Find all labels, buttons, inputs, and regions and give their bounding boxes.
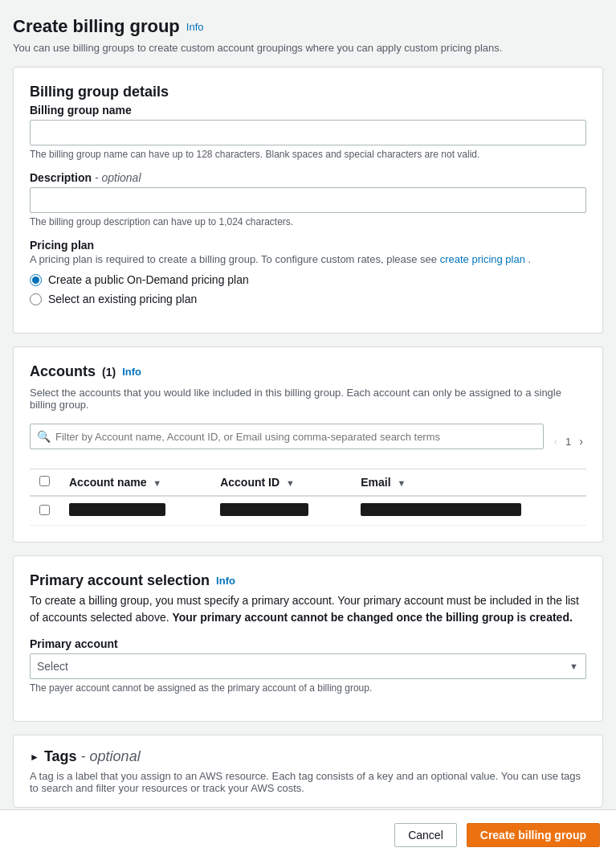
billing-group-name-field: Billing group name The billing group nam… — [30, 104, 586, 160]
accounts-title-row: Accounts (1) Info — [30, 363, 586, 383]
pricing-plan-option-public[interactable]: Create a public On-Demand pricing plan — [30, 273, 586, 286]
account-name-col-header[interactable]: Account name ▼ — [59, 469, 210, 496]
billing-group-name-label: Billing group name — [30, 104, 586, 117]
accounts-table-container: Account name ▼ Account ID ▼ Email ▼ — [30, 469, 586, 526]
tags-section: ► Tags - optional A tag is a label that … — [13, 735, 603, 808]
pricing-plan-field: Pricing plan A pricing plan is required … — [30, 239, 586, 305]
pagination-next-button[interactable]: › — [576, 433, 586, 449]
tags-title: Tags - optional — [44, 748, 141, 765]
pagination-controls: ‹ 1 › — [550, 433, 586, 449]
accounts-info-link[interactable]: Info — [122, 366, 141, 378]
accounts-section: Accounts (1) Info Select the accounts th… — [13, 346, 603, 543]
account-id-cell — [210, 496, 351, 526]
create-pricing-plan-link[interactable]: create pricing plan — [440, 253, 525, 265]
primary-account-section: Primary account selection Info To create… — [13, 555, 603, 722]
create-billing-group-button[interactable]: Create billing group — [467, 823, 600, 847]
description-field: Description - optional The billing group… — [30, 171, 586, 227]
pricing-plan-option-existing[interactable]: Select an existing pricing plan — [30, 293, 586, 305]
primary-account-hint: The payer account cannot be assigned as … — [30, 682, 586, 694]
primary-account-select[interactable]: Select — [30, 653, 586, 679]
account-id-redacted — [220, 503, 308, 516]
page-info-link[interactable]: Info — [186, 21, 204, 33]
email-cell — [351, 496, 586, 526]
tags-header[interactable]: ► Tags - optional — [30, 748, 586, 765]
accounts-description: Select the accounts that you would like … — [30, 387, 586, 411]
accounts-search-bar[interactable]: 🔍 — [30, 424, 544, 449]
cancel-button[interactable]: Cancel — [394, 823, 457, 847]
description-input[interactable] — [30, 187, 586, 213]
pagination-current: 1 — [565, 436, 571, 448]
email-redacted — [361, 503, 521, 516]
description-label: Description - optional — [30, 171, 586, 184]
row-checkbox[interactable] — [39, 505, 50, 515]
page-title: Create billing group — [13, 16, 180, 37]
search-row: 🔍 ‹ 1 › — [30, 424, 586, 459]
pagination-prev-button[interactable]: ‹ — [550, 433, 561, 449]
search-icon: 🔍 — [37, 430, 51, 443]
page-description: You can use billing groups to create cus… — [13, 42, 603, 54]
email-sort-icon: ▼ — [398, 478, 406, 488]
tags-collapse-icon: ► — [30, 751, 39, 763]
account-name-redacted — [69, 503, 165, 516]
primary-account-info-link[interactable]: Info — [216, 575, 235, 587]
footer-bar: Cancel Create billing group — [0, 809, 616, 860]
primary-account-select-wrapper: Select ▼ — [30, 653, 586, 679]
primary-account-label: Primary account — [30, 637, 586, 650]
row-checkbox-cell — [30, 496, 59, 526]
account-name-cell — [59, 496, 210, 526]
table-body — [30, 496, 586, 526]
email-col-header[interactable]: Email ▼ — [351, 469, 586, 496]
description-hint: The billing group description can have u… — [30, 216, 586, 227]
accounts-section-title: Accounts (1) Info — [30, 363, 141, 380]
pricing-plan-desc: A pricing plan is required to create a b… — [30, 253, 586, 265]
account-name-sort-icon: ▼ — [153, 478, 161, 488]
primary-account-title: Primary account selection Info — [30, 572, 586, 589]
primary-account-field: Primary account Select ▼ The payer accou… — [30, 637, 586, 694]
pricing-plan-option-public-label: Create a public On-Demand pricing plan — [48, 273, 249, 286]
page-header: Create billing group Info — [13, 16, 603, 37]
primary-account-description: To create a billing group, you must spec… — [30, 592, 586, 626]
select-all-checkbox[interactable] — [39, 476, 50, 486]
accounts-table: Account name ▼ Account ID ▼ Email ▼ — [30, 469, 586, 526]
table-row — [30, 496, 586, 526]
pricing-plan-option-existing-label: Select an existing pricing plan — [48, 293, 197, 305]
accounts-search-input[interactable] — [55, 431, 536, 443]
pricing-plan-label: Pricing plan — [30, 239, 586, 252]
select-all-col — [30, 469, 59, 496]
billing-group-name-hint: The billing group name can have up to 12… — [30, 149, 586, 160]
tags-description: A tag is a label that you assign to an A… — [30, 770, 586, 794]
billing-group-details-section: Billing group details Billing group name… — [13, 67, 603, 334]
billing-group-name-input[interactable] — [30, 120, 586, 145]
account-id-col-header[interactable]: Account ID ▼ — [210, 469, 351, 496]
billing-group-details-title: Billing group details — [30, 84, 586, 100]
table-header: Account name ▼ Account ID ▼ Email ▼ — [30, 469, 586, 496]
account-id-sort-icon: ▼ — [286, 478, 295, 488]
